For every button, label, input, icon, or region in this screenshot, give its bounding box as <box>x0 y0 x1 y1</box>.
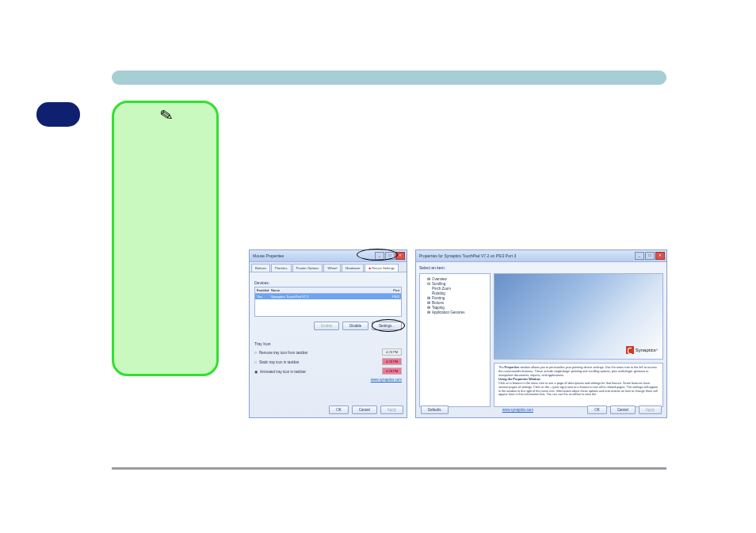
panel-body: Devices: Enabled Name Port Yes Synaptics… <box>250 272 407 386</box>
tab-pointer-options[interactable]: Pointer Options <box>292 264 323 272</box>
devices-label: Devices: <box>254 280 402 285</box>
tree-pointing[interactable]: ⊞Pointing <box>427 296 487 300</box>
tab-row: Buttons Pointers Pointer Options Wheel H… <box>250 262 407 272</box>
close-button[interactable]: × <box>395 252 405 260</box>
window-body: ⊞Overview ⊟Scrolling Pinch Zoom Rotating… <box>416 270 666 410</box>
tree-label-scrolling: Scrolling <box>432 282 445 286</box>
tray-animated-label: Animated tray icon in taskbar <box>260 370 306 374</box>
tray-option-animated: ◉Animated tray icon in taskbar 4:20 PM <box>254 367 402 375</box>
desc-p1b: Properties <box>505 366 520 369</box>
device-button-row: Enable Disable Settings... <box>254 322 402 330</box>
time-static: 4:20 PM <box>382 358 402 365</box>
col-port: Port <box>384 288 399 292</box>
preview-image: Synaptics® <box>494 273 663 360</box>
synaptics-properties-window: Properties for Synaptics TouchPad V7.2 o… <box>415 249 667 418</box>
radio-animated[interactable]: ◉ <box>254 369 258 374</box>
synaptics-logo-icon <box>626 346 634 354</box>
synaptics-logo-text: Synaptics <box>636 348 656 352</box>
tray-icon-label: Tray Icon <box>254 341 402 346</box>
synaptics-link-row: www.synaptics.com <box>254 378 402 382</box>
device-row-selected[interactable]: Yes Synaptics TouchPad V7.2 PS/2 <box>255 294 401 299</box>
desc-h2: Using the Properties Window <box>498 378 540 381</box>
time-plain: 4:20 PM <box>382 348 402 356</box>
apply-button[interactable]: Apply <box>639 405 662 414</box>
tree-overview[interactable]: ⊞Overview <box>427 277 487 281</box>
tree-buttons[interactable]: ⊞Buttons <box>427 301 487 305</box>
synaptics-logo: Synaptics® <box>626 346 658 354</box>
tray-icon-group: Tray Icon ○Remove tray icon from taskbar… <box>254 341 402 375</box>
tray-remove-label: Remove tray icon from taskbar <box>259 351 307 355</box>
tree-label-buttons: Buttons <box>432 301 444 305</box>
window-title: Properties for Synaptics TouchPad V7.2 o… <box>419 253 516 258</box>
tree-label-overview: Overview <box>432 277 447 281</box>
desc-p1a: The <box>498 366 505 369</box>
maximize-button[interactable]: □ <box>385 252 395 260</box>
enable-button[interactable]: Enable <box>314 322 339 330</box>
tree-tapping[interactable]: ⊞Tapping <box>427 306 487 310</box>
radio-remove[interactable]: ○ <box>254 350 257 355</box>
tray-option-static: ○Static tray icon in taskbar 4:20 PM <box>254 358 402 365</box>
titlebar: Mouse Properties _ □ × <box>250 250 407 262</box>
device-list-header: Enabled Name Port <box>255 287 401 294</box>
synaptics-link[interactable]: www.synaptics.com <box>502 408 533 412</box>
tree-rotating[interactable]: Rotating <box>432 291 487 295</box>
tree-scrolling[interactable]: ⊟Scrolling Pinch Zoom Rotating <box>427 282 487 295</box>
desc-p2: Click on a feature in the menu tree to s… <box>498 382 658 397</box>
window-title: Mouse Properties <box>253 253 284 258</box>
settings-button[interactable]: Settings... <box>372 322 402 330</box>
tree-label-tapping: Tapping <box>432 306 445 310</box>
device-list: Enabled Name Port Yes Synaptics TouchPad… <box>254 287 402 317</box>
tree-label-app-gestures: Application Gestures <box>432 310 465 314</box>
callout-box: ✎ <box>112 101 219 376</box>
titlebar: Properties for Synaptics TouchPad V7.2 o… <box>416 250 666 262</box>
minimize-button[interactable]: _ <box>635 252 644 260</box>
tab-wheel[interactable]: Wheel <box>323 264 341 272</box>
maximize-button[interactable]: □ <box>645 252 655 260</box>
window-controls: _ □ × <box>375 252 405 260</box>
minimize-button[interactable]: _ <box>375 252 384 260</box>
dialog-button-row: OK Cancel Apply <box>329 405 403 414</box>
tray-option-remove: ○Remove tray icon from taskbar 4:20 PM <box>254 348 402 356</box>
apply-button[interactable]: Apply <box>380 405 403 414</box>
ok-button[interactable]: OK <box>587 405 607 414</box>
section-badge <box>36 102 80 127</box>
screenshot-pair: Mouse Properties _ □ × Buttons Pointers … <box>249 249 667 418</box>
defaults-button[interactable]: Defaults <box>421 405 449 414</box>
tree-pinch-zoom[interactable]: Pinch Zoom <box>432 287 487 291</box>
tree-app-gestures[interactable]: ⊞Application Gestures <box>427 310 487 314</box>
mouse-properties-window: Mouse Properties _ □ × Buttons Pointers … <box>249 249 407 418</box>
device-port: PS/2 <box>384 295 399 299</box>
synaptics-tab-icon: ■ <box>368 266 371 270</box>
right-pane: Synaptics® The Properties window allows … <box>494 273 663 407</box>
feature-tree: ⊞Overview ⊟Scrolling Pinch Zoom Rotating… <box>419 273 491 407</box>
tab-device-settings-label: Device Settings <box>372 266 395 270</box>
device-enabled: Yes <box>257 295 271 299</box>
device-name: Synaptics TouchPad V7.2 <box>271 295 384 299</box>
col-name: Name <box>271 288 384 292</box>
cancel-button[interactable]: Cancel <box>610 405 636 414</box>
tab-buttons[interactable]: Buttons <box>251 264 270 272</box>
window-controls: _ □ × <box>635 252 665 260</box>
cancel-button[interactable]: Cancel <box>352 405 377 414</box>
time-anim: 4:20 PM <box>382 367 402 375</box>
tray-static-label: Static tray icon in taskbar <box>259 360 299 364</box>
tree-label-pointing: Pointing <box>432 296 445 300</box>
dialog-footer: Defaults www.synaptics.com OK Cancel App… <box>416 405 666 414</box>
desc-p1c: window allows you to personalize your po… <box>498 366 657 377</box>
ok-button[interactable]: OK <box>329 405 349 414</box>
disable-button[interactable]: Disable <box>342 322 368 330</box>
tab-hardware[interactable]: Hardware <box>342 264 364 272</box>
close-button[interactable]: × <box>655 252 665 260</box>
tab-pointers[interactable]: Pointers <box>271 264 291 272</box>
tab-device-settings[interactable]: ■Device Settings <box>365 264 399 272</box>
description-box: The Properties window allows you to pers… <box>494 363 663 407</box>
pen-icon: ✎ <box>158 105 175 127</box>
synaptics-link[interactable]: www.synaptics.com <box>371 378 402 382</box>
footer-rule <box>112 467 666 470</box>
col-enabled: Enabled <box>257 288 271 292</box>
radio-static[interactable]: ○ <box>254 360 257 364</box>
header-rule <box>112 70 666 85</box>
